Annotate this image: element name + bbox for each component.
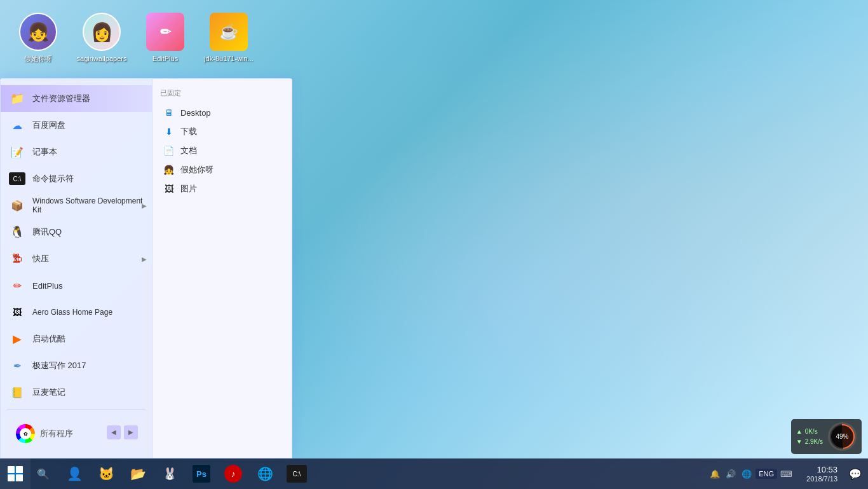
download-speed: 2.9K/s: [805, 437, 823, 447]
photoshop-icon: Ps: [193, 465, 210, 483]
clock-time: 10:53: [806, 465, 837, 476]
speed-widget: ▲ 0K/s ▼ 2.9K/s 49%: [791, 419, 862, 454]
download-arrow-icon: ▼: [796, 437, 803, 447]
doumai-label: 豆麦笔记: [32, 387, 65, 398]
taskbar-item-browser[interactable]: 🌐: [250, 458, 280, 489]
pinned-section-title: 已固定: [160, 88, 284, 98]
menu-item-aeroglass[interactable]: 🖼 Aero Glass Home Page: [1, 299, 152, 326]
notification-center-button[interactable]: 💬: [846, 458, 865, 489]
folder-icon: 📂: [129, 465, 147, 483]
pictures-pin-icon: 🖼: [163, 183, 175, 195]
desktop-pin-label: Desktop: [180, 108, 211, 118]
taskbar-item-user[interactable]: 🐱: [91, 458, 121, 489]
file-explorer-icon: 📁: [8, 90, 26, 107]
taskbar-right: 🔔 🔊 🌐 ENG ⌨ 10:53 2018/7/13 💬: [703, 458, 868, 489]
menu-item-notepad[interactable]: 📝 记事本: [1, 139, 152, 165]
sagiri-label: sagiriwallpapers: [77, 54, 127, 63]
baidu-icon: ☁: [8, 116, 26, 134]
windows-logo: [8, 466, 23, 481]
pinned-pictures[interactable]: 🖼 图片: [160, 179, 284, 198]
taskbar-item-ps[interactable]: Ps: [186, 458, 217, 489]
taskbar-items: 👤 🐱 📂 🐰 Ps ♪: [56, 458, 703, 489]
menu-item-doumai[interactable]: 📒 豆麦笔记: [1, 379, 152, 406]
jdk-label: jdk-8u171-win...: [204, 54, 254, 63]
desktop-icons-area: 👧 假她你呀 👩 sagiriwallpapers ✏ EditPlus ☕ j…: [6, 6, 261, 69]
rabbit-icon: 🐰: [161, 465, 179, 483]
tray-notification-icon[interactable]: 🔔: [708, 467, 722, 481]
menu-item-jisu[interactable]: ✒ 极速写作 2017: [1, 352, 152, 379]
kuaiya-arrow: ▶: [142, 256, 147, 263]
menu-item-cmd[interactable]: C:\ 命令提示符: [1, 165, 152, 192]
notepad-icon: 📝: [8, 143, 26, 161]
all-programs-label: 所有程序: [40, 428, 73, 439]
pinned-download[interactable]: ⬇ 下载: [160, 122, 284, 141]
taskbar-item-cmd[interactable]: C:\: [281, 458, 312, 489]
desktop-icon-avatar1[interactable]: 👧 假她你呀: [13, 13, 64, 63]
cmd-icon: C:\: [8, 170, 26, 188]
nav-arrows: ◀ ▶: [100, 422, 144, 443]
clock-date: 2018/7/13: [806, 475, 837, 483]
taskbar-item-music[interactable]: ♪: [218, 458, 248, 489]
notepad-label: 记事本: [32, 146, 57, 158]
taskbar-item-filemgr[interactable]: 👤: [59, 458, 90, 489]
pinned-custom[interactable]: 👧 假她你呀: [160, 160, 284, 179]
download-pin-label: 下载: [180, 126, 197, 137]
system-clock[interactable]: 10:53 2018/7/13: [801, 465, 843, 483]
sdk-label: Windows Software Development Kit: [32, 196, 144, 214]
upload-arrow-icon: ▲: [796, 427, 803, 437]
filemgr-icon: 👤: [65, 465, 83, 483]
pictures-pin-label: 图片: [180, 183, 197, 195]
menu-item-editplus2[interactable]: ✏ EditPlus: [1, 272, 152, 299]
editplus-label: EditPlus: [153, 54, 178, 63]
taskbar-item-rabbit[interactable]: 🐰: [154, 458, 185, 489]
color-wheel-inner: ✿: [20, 428, 31, 439]
start-menu: 📁 文件资源管理器 ☁ 百度网盘 📝 记事本 C:\ 命令提示符 📦: [0, 78, 292, 458]
cpu-percent: 49%: [831, 425, 853, 448]
baidu-label: 百度网盘: [32, 120, 65, 131]
tray-network-icon[interactable]: 🌐: [740, 467, 754, 481]
speed-info: ▲ 0K/s ▼ 2.9K/s: [796, 427, 823, 447]
music-icon: ♪: [224, 465, 242, 483]
jdk-image: ☕: [210, 13, 248, 51]
pinned-documents[interactable]: 📄 文档: [160, 141, 284, 160]
editplus2-label: EditPlus: [32, 281, 63, 291]
menu-item-startup[interactable]: ▶ 启动优酷: [1, 326, 152, 352]
search-button[interactable]: 🔍: [31, 461, 56, 486]
pinned-desktop[interactable]: 🖥 Desktop: [160, 103, 284, 122]
documents-pin-label: 文档: [180, 145, 197, 156]
editplus-image: ✏: [146, 13, 184, 51]
jisu-icon: ✒: [8, 357, 26, 375]
custom-pin-icon: 👧: [163, 163, 175, 176]
taskbar-item-folder[interactable]: 📂: [123, 458, 153, 489]
startup-label: 启动优酷: [32, 333, 65, 345]
desktop-icon-editplus[interactable]: ✏ EditPlus: [140, 13, 191, 63]
aeroglass-icon: 🖼: [8, 303, 26, 321]
menu-item-baidu[interactable]: ☁ 百度网盘: [1, 112, 152, 139]
start-menu-left-panel: 📁 文件资源管理器 ☁ 百度网盘 📝 记事本 C:\ 命令提示符 📦: [1, 79, 153, 458]
menu-item-file-explorer[interactable]: 📁 文件资源管理器: [1, 85, 152, 112]
start-menu-right-panel: 已固定 🖥 Desktop ⬇ 下载 📄 文档 👧 假她你呀: [153, 79, 292, 458]
qq-icon: 🐧: [8, 223, 26, 241]
taskbar: 🔍 👤 🐱 📂 🐰 Ps: [0, 458, 868, 489]
editplus2-icon: ✏: [8, 277, 26, 294]
menu-divider: [7, 409, 146, 410]
menu-item-sdk[interactable]: 📦 Windows Software Development Kit ▶: [1, 192, 152, 219]
language-badge[interactable]: ENG: [756, 469, 777, 479]
start-button[interactable]: [0, 458, 31, 489]
desktop-icon-sagiri[interactable]: 👩 sagiriwallpapers: [76, 13, 127, 63]
menu-item-kuaiya[interactable]: 🗜 快压 ▶: [1, 245, 152, 272]
keyboard-icon[interactable]: ⌨: [779, 467, 793, 481]
nav-next-arrow[interactable]: ▶: [124, 425, 138, 439]
download-pin-icon: ⬇: [163, 125, 175, 138]
sagiri-image: 👩: [83, 13, 121, 51]
desktop-icon-jdk[interactable]: ☕ jdk-8u171-win...: [203, 13, 254, 63]
qq-label: 腾讯QQ: [32, 226, 62, 238]
nav-prev-arrow[interactable]: ◀: [107, 425, 121, 439]
notification-icon: 💬: [849, 468, 862, 480]
avatar1-label: 假她你呀: [24, 54, 52, 63]
all-programs-btn[interactable]: ✿ 所有程序: [8, 419, 81, 448]
desktop-pin-icon: 🖥: [163, 106, 175, 119]
user-icon: 🐱: [97, 465, 115, 483]
tray-sound-icon[interactable]: 🔊: [724, 467, 738, 481]
menu-item-qq[interactable]: 🐧 腾讯QQ: [1, 219, 152, 245]
